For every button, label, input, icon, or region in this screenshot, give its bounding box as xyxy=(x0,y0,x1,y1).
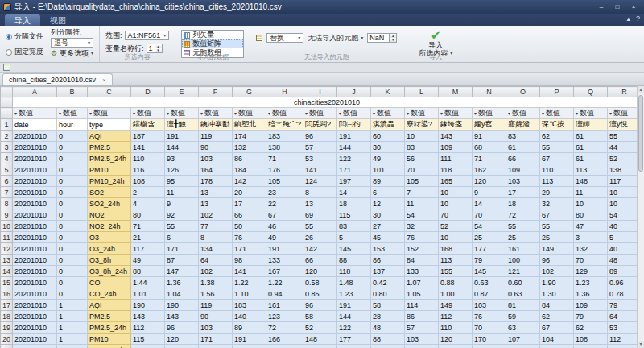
grid-cell[interactable]: 190 xyxy=(165,300,199,311)
grid-cell[interactable]: 30 xyxy=(371,209,405,221)
grid-cell[interactable]: 174 xyxy=(233,130,266,142)
grid-cell[interactable]: 144 xyxy=(337,142,371,153)
radio-delimited-file[interactable]: 分隔文件 xyxy=(6,31,43,42)
column-type-dropdown[interactable]: ▾数值 xyxy=(439,108,473,119)
grid-cell[interactable]: 102 xyxy=(199,266,233,277)
grid-cell[interactable]: 102 xyxy=(540,266,574,277)
grid-cell[interactable]: 18 xyxy=(506,198,540,209)
grid-cell[interactable]: 0 xyxy=(57,176,88,187)
column-header[interactable]: I xyxy=(303,87,337,97)
column-header[interactable]: G xyxy=(233,87,266,97)
grid-cell[interactable]: 198 xyxy=(337,345,371,348)
grid-cell[interactable]: 103 xyxy=(199,153,233,164)
scrollbar-thumb[interactable] xyxy=(638,95,643,172)
grid-cell[interactable]: 71 xyxy=(131,221,165,232)
tab-view[interactable]: 视图 xyxy=(40,14,76,26)
grid-cell[interactable]: 7 xyxy=(405,187,439,198)
grid-cell[interactable]: 0 xyxy=(57,243,88,255)
unimportable-target-dropdown[interactable]: 无法导入的元胞 ▾ xyxy=(308,33,363,44)
row-header[interactable]: 19 xyxy=(1,322,13,334)
row-header[interactable]: 4 xyxy=(1,153,13,164)
grid-cell[interactable]: AQI xyxy=(88,300,131,311)
grid-cell[interactable]: 0 xyxy=(57,255,88,266)
grid-cell[interactable]: 1.38 xyxy=(199,277,233,288)
grid-cell[interactable]: 1.36 xyxy=(165,277,199,288)
grid-cell[interactable]: 70 xyxy=(405,164,439,176)
grid-cell[interactable]: 146 xyxy=(574,345,608,348)
grid-cell[interactable]: 104 xyxy=(540,334,574,345)
grid-cell[interactable]: 67 xyxy=(540,322,574,334)
grid-cell[interactable]: PM2.5 xyxy=(88,311,131,322)
grid-cell[interactable]: 108 xyxy=(574,334,608,345)
grid-cell[interactable]: 66 xyxy=(303,255,337,266)
grid-cell[interactable]: 20201010 xyxy=(13,345,57,348)
grid-cell[interactable]: 119 xyxy=(199,130,233,142)
grid-cell[interactable]: 191 xyxy=(266,243,303,255)
grid-cell[interactable]: 1 xyxy=(57,300,88,311)
grid-cell[interactable]: 96 xyxy=(165,322,199,334)
grid-cell[interactable]: 149 xyxy=(439,300,473,311)
grid-cell[interactable]: 20201010 xyxy=(13,311,57,322)
grid-cell[interactable]: 1.22 xyxy=(233,277,266,288)
header-cell[interactable]: 绉︾殗宀? xyxy=(266,119,303,130)
grid-cell[interactable]: 55 xyxy=(540,142,574,153)
grid-cell[interactable]: 1.04 xyxy=(165,288,199,300)
column-header[interactable]: E xyxy=(165,87,199,97)
grid-cell[interactable]: 120 xyxy=(165,334,199,345)
grid-cell[interactable]: 184 xyxy=(233,164,266,176)
header-cell[interactable]: 鍖椾含 xyxy=(131,119,165,130)
grid-cell[interactable]: 107 xyxy=(506,334,540,345)
grid-cell[interactable]: 72 xyxy=(506,209,540,221)
grid-cell[interactable]: 54 xyxy=(405,209,439,221)
grid-cell[interactable]: 20201010 xyxy=(13,334,57,345)
grid-cell[interactable]: 58 xyxy=(303,311,337,322)
row-header[interactable]: 5 xyxy=(1,164,13,176)
grid-cell[interactable]: 1.05 xyxy=(405,288,439,300)
grid-cell[interactable]: 171 xyxy=(337,164,371,176)
grid-cell[interactable]: 70 xyxy=(473,209,506,221)
grid-cell[interactable]: 71 xyxy=(473,153,506,164)
grid-cell[interactable]: 103 xyxy=(473,300,506,311)
grid-cell[interactable]: 54 xyxy=(473,221,506,232)
grid-cell[interactable]: 0 xyxy=(57,221,88,232)
grid-cell[interactable]: 0 xyxy=(57,232,88,243)
spin-down-icon[interactable]: ▾ xyxy=(390,38,396,42)
grid-cell[interactable]: NO2 xyxy=(88,209,131,221)
grid-cell[interactable]: 20201010 xyxy=(13,153,57,164)
column-header[interactable]: K xyxy=(371,87,405,97)
grid-cell[interactable]: 177 xyxy=(473,243,506,255)
grid-corner[interactable] xyxy=(1,87,13,97)
grid-cell[interactable]: 90 xyxy=(199,142,233,153)
grid-cell[interactable]: 20201010 xyxy=(13,322,57,334)
grid-cell[interactable]: 45 xyxy=(371,232,405,243)
grid-cell[interactable]: 141 xyxy=(233,266,266,277)
grid-cell[interactable]: 66 xyxy=(506,153,540,164)
grid-cell[interactable]: 112 xyxy=(439,311,473,322)
grid-cell[interactable]: 0 xyxy=(57,266,88,277)
grid-cell[interactable]: 89 xyxy=(371,176,405,187)
column-type-dropdown[interactable]: ▾数值 xyxy=(574,108,608,119)
header-cell[interactable]: 閭㈠彴 xyxy=(337,119,371,130)
grid-cell[interactable]: 144 xyxy=(337,311,371,322)
grid-cell[interactable]: 20201010 xyxy=(13,277,57,288)
close-button[interactable]: × xyxy=(626,2,641,12)
grid-cell[interactable]: 87 xyxy=(165,255,199,266)
grid-cell[interactable]: 96 xyxy=(540,255,574,266)
grid-cell[interactable]: O3_8h_24h xyxy=(88,266,131,277)
grid-cell[interactable]: 20201010 xyxy=(13,198,57,209)
grid-cell[interactable]: 0.63 xyxy=(473,277,506,288)
grid-cell[interactable]: 141 xyxy=(131,142,165,153)
grid-cell[interactable]: 0.63 xyxy=(506,288,540,300)
grid-cell[interactable]: 25 xyxy=(506,232,540,243)
maximize-button[interactable]: □ xyxy=(610,2,625,12)
column-header[interactable]: B xyxy=(57,87,88,97)
grid-cell[interactable]: 0.94 xyxy=(266,288,303,300)
grid-cell[interactable]: 3 xyxy=(574,232,608,243)
row-header[interactable]: 21 xyxy=(1,345,13,348)
scroll-down-icon[interactable]: ▾ xyxy=(638,341,644,348)
grid-cell[interactable]: 27 xyxy=(371,221,405,232)
grid-cell[interactable]: 10 xyxy=(405,130,439,142)
grid-cell[interactable]: 112 xyxy=(131,322,165,334)
grid-cell[interactable]: 1.23 xyxy=(337,288,371,300)
grid-cell[interactable]: 14 xyxy=(337,187,371,198)
